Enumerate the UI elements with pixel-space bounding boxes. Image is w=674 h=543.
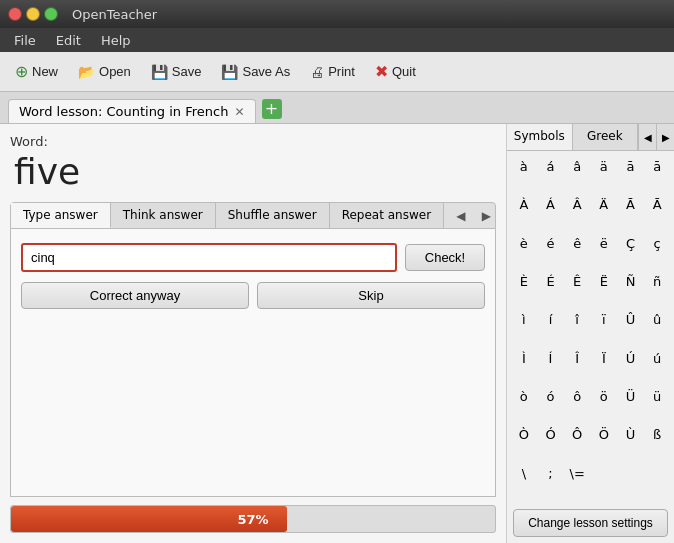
symbol-cell[interactable]: ä — [591, 155, 617, 192]
symbol-cell[interactable]: ü — [644, 385, 670, 422]
symbol-cell[interactable]: Ó — [538, 423, 564, 460]
answer-mode-tabs: Type answer Think answer Shuffle answer … — [10, 202, 496, 229]
symbol-cell[interactable]: Ê — [564, 270, 590, 307]
action-row: Correct anyway Skip — [21, 282, 485, 309]
symbol-cell[interactable]: É — [538, 270, 564, 307]
tab-symbols[interactable]: Symbols — [507, 124, 573, 150]
tab-repeat-answer[interactable]: Repeat answer — [330, 203, 444, 228]
symbol-cell[interactable]: è — [511, 232, 537, 269]
symbol-cell[interactable]: ì — [511, 308, 537, 345]
saveas-icon: 💾 — [221, 64, 238, 80]
symbol-cell[interactable]: Î — [564, 347, 590, 384]
symbol-cell[interactable]: â — [564, 155, 590, 192]
symbol-cell[interactable]: Ä — [591, 193, 617, 230]
tab-close-icon[interactable]: ✕ — [234, 105, 244, 119]
tab-greek[interactable]: Greek — [573, 124, 639, 150]
symbol-cell[interactable]: ë — [591, 232, 617, 269]
progress-container: 57% — [10, 505, 496, 533]
symbol-cell[interactable]: ß — [644, 423, 670, 460]
sym-next-button[interactable]: ▶ — [656, 124, 674, 150]
symbol-cell[interactable]: Â — [564, 193, 590, 230]
symbol-cell[interactable]: Ü — [618, 385, 644, 422]
left-panel: Word: five Type answer Think answer Shuf… — [0, 124, 506, 543]
symbol-cell[interactable]: Ā — [618, 193, 644, 230]
tab-think-answer[interactable]: Think answer — [111, 203, 216, 228]
symbol-cell[interactable]: û — [644, 308, 670, 345]
sym-nav: ◀ ▶ — [638, 124, 674, 150]
word-label: Word: — [10, 134, 496, 149]
symbol-cell[interactable]: é — [538, 232, 564, 269]
symbol-cell[interactable]: À — [511, 193, 537, 230]
symbol-cell[interactable]: Ñ — [618, 270, 644, 307]
menu-help[interactable]: Help — [91, 31, 141, 50]
symbol-cell[interactable]: Á — [538, 193, 564, 230]
symbol-cell[interactable]: ; — [538, 462, 564, 499]
symbol-cell[interactable]: Ô — [564, 423, 590, 460]
save-button[interactable]: 💾 Save — [142, 59, 211, 85]
change-lesson-button[interactable]: Change lesson settings — [513, 509, 668, 537]
symbol-cell[interactable]: ā — [618, 155, 644, 192]
symbol-cell[interactable]: î — [564, 308, 590, 345]
symbol-cell[interactable]: à — [511, 155, 537, 192]
symbols-tabs: Symbols Greek ◀ ▶ — [507, 124, 674, 151]
menu-file[interactable]: File — [4, 31, 46, 50]
symbol-cell[interactable]: ú — [644, 347, 670, 384]
new-icon: ⊕ — [15, 62, 28, 81]
symbol-cell[interactable]: Ì — [511, 347, 537, 384]
tab-scroll-left[interactable]: ◀ — [452, 203, 469, 228]
symbol-cell[interactable]: Ç — [618, 232, 644, 269]
symbol-cell[interactable]: ó — [538, 385, 564, 422]
app-title: OpenTeacher — [72, 7, 157, 22]
tab-scroll-right[interactable]: ▶ — [478, 203, 495, 228]
symbol-cell[interactable]: ô — [564, 385, 590, 422]
quit-button[interactable]: ✖ Quit — [366, 57, 425, 86]
maximize-button[interactable] — [44, 7, 58, 21]
add-tab-button[interactable]: + — [262, 99, 282, 119]
symbol-cell[interactable]: ò — [511, 385, 537, 422]
symbol-cell[interactable]: Ò — [511, 423, 537, 460]
quit-icon: ✖ — [375, 62, 388, 81]
minimize-button[interactable] — [26, 7, 40, 21]
saveas-button[interactable]: 💾 Save As — [212, 59, 299, 85]
answer-input[interactable] — [21, 243, 397, 272]
symbol-cell[interactable]: Ú — [618, 347, 644, 384]
symbol-cell[interactable]: ç — [644, 232, 670, 269]
symbol-cell[interactable]: È — [511, 270, 537, 307]
symbol-cell[interactable]: Ā — [644, 193, 670, 230]
symbols-grid: àáâäāāÀÁÂÄĀĀèéêëÇçÈÉÊËÑñìíîïÛûÌÍÎÏÚúòóôö… — [507, 151, 674, 503]
symbol-cell[interactable]: á — [538, 155, 564, 192]
symbol-cell[interactable]: Ë — [591, 270, 617, 307]
open-icon: 📂 — [78, 64, 95, 80]
window-controls[interactable] — [8, 7, 58, 21]
main-content: Word: five Type answer Think answer Shuf… — [0, 124, 674, 543]
symbol-cell[interactable]: ï — [591, 308, 617, 345]
input-row: Check! — [21, 243, 485, 272]
titlebar: OpenTeacher — [0, 0, 674, 28]
answer-area: Check! Correct anyway Skip — [10, 229, 496, 497]
correct-anyway-button[interactable]: Correct anyway — [21, 282, 249, 309]
symbol-cell[interactable]: ö — [591, 385, 617, 422]
symbol-cell[interactable]: í — [538, 308, 564, 345]
symbol-cell[interactable]: Í — [538, 347, 564, 384]
check-button[interactable]: Check! — [405, 244, 485, 271]
symbol-cell[interactable]: Ù — [618, 423, 644, 460]
sym-prev-button[interactable]: ◀ — [638, 124, 656, 150]
symbol-cell[interactable]: ê — [564, 232, 590, 269]
close-button[interactable] — [8, 7, 22, 21]
symbol-cell[interactable]: ā — [644, 155, 670, 192]
lesson-tab[interactable]: Word lesson: Counting in French ✕ — [8, 99, 256, 123]
symbol-cell[interactable]: \= — [564, 462, 590, 499]
symbol-cell[interactable]: \ — [511, 462, 537, 499]
symbol-cell[interactable]: Û — [618, 308, 644, 345]
menu-edit[interactable]: Edit — [46, 31, 91, 50]
print-button[interactable]: 🖨 Print — [301, 59, 364, 85]
symbol-cell[interactable]: Ï — [591, 347, 617, 384]
skip-button[interactable]: Skip — [257, 282, 485, 309]
symbol-cell[interactable]: Ö — [591, 423, 617, 460]
new-button[interactable]: ⊕ New — [6, 57, 67, 86]
open-button[interactable]: 📂 Open — [69, 59, 140, 85]
tab-shuffle-answer[interactable]: Shuffle answer — [216, 203, 330, 228]
tab-type-answer[interactable]: Type answer — [11, 203, 111, 228]
save-icon: 💾 — [151, 64, 168, 80]
symbol-cell[interactable]: ñ — [644, 270, 670, 307]
